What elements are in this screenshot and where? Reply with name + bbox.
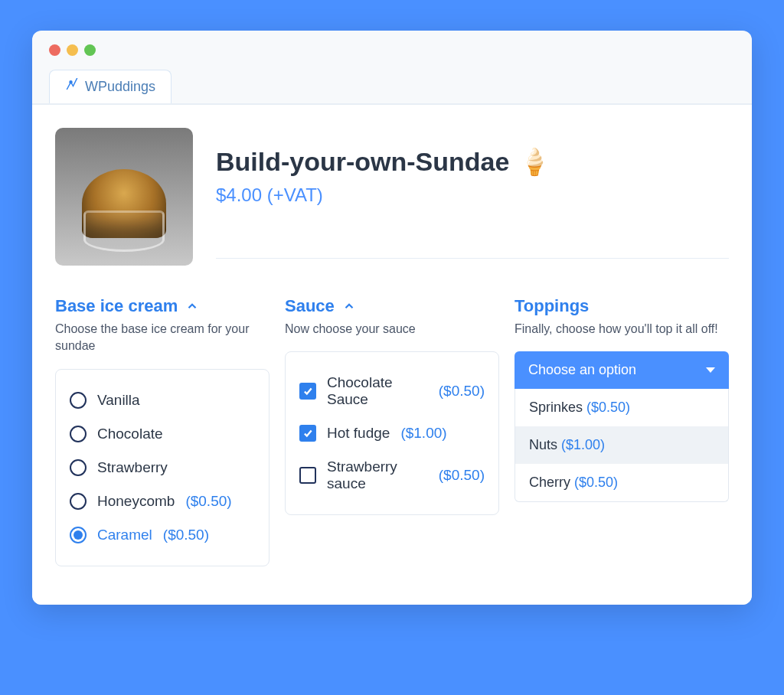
toppings-dropdown: Choose an option Sprinkes ($0.50) Nuts (… — [514, 351, 729, 502]
option-label: Strawberry sauce — [327, 458, 428, 492]
toppings-title-text: Toppings — [514, 296, 589, 316]
toppings-dropdown-toggle[interactable]: Choose an option — [514, 351, 729, 389]
option-label: Chocolate Sauce — [327, 374, 428, 408]
checkbox-icon — [299, 467, 316, 484]
radio-icon — [70, 392, 87, 409]
toppings-column: Toppings Finally, choose how you'll top … — [514, 296, 729, 566]
product-header-text: Build-your-own-Sundae 🍦 $4.00 (+VAT) — [216, 128, 729, 259]
radio-icon — [70, 527, 87, 543]
option-price: ($1.00) — [400, 425, 446, 442]
browser-window: WPuddings Build-your-own-Sundae 🍦 $4.00 … — [32, 31, 752, 605]
sauce-title[interactable]: Sauce — [285, 296, 499, 316]
option-label: Nuts — [529, 437, 557, 452]
option-price: ($0.50) — [185, 493, 231, 510]
dropdown-item-cherry[interactable]: Cherry ($0.50) — [515, 464, 728, 501]
check-hot-fudge[interactable]: Hot fudge ($1.00) — [299, 416, 485, 450]
tab-label: WPuddings — [85, 79, 155, 95]
radio-chocolate[interactable]: Chocolate — [70, 417, 255, 451]
product-title: Build-your-own-Sundae 🍦 — [216, 146, 729, 177]
checkbox-icon — [299, 383, 316, 400]
chevron-up-icon — [342, 299, 356, 313]
option-label: Vanilla — [97, 392, 140, 409]
sauce-title-text: Sauce — [285, 296, 335, 316]
option-price: ($0.50) — [586, 400, 630, 415]
option-label: Sprinkes — [529, 400, 583, 415]
maximize-window-icon[interactable] — [84, 44, 96, 56]
page-content: Build-your-own-Sundae 🍦 $4.00 (+VAT) Bas… — [32, 105, 752, 605]
radio-icon — [70, 426, 87, 442]
option-label: Strawberry — [97, 459, 168, 476]
product-image — [55, 128, 193, 266]
close-window-icon[interactable] — [49, 44, 60, 56]
base-option-box: Vanilla Chocolate Strawberry Honeycomb (… — [55, 369, 270, 566]
radio-icon — [70, 493, 87, 510]
product-title-text: Build-your-own-Sundae — [216, 147, 509, 177]
option-price: ($0.50) — [439, 467, 485, 484]
base-title[interactable]: Base ice cream — [55, 296, 270, 316]
option-label: Caramel — [97, 527, 152, 543]
product-header: Build-your-own-Sundae 🍦 $4.00 (+VAT) — [55, 128, 729, 266]
sauce-column: Sauce Now choose your sauce Chocolate Sa… — [285, 296, 499, 566]
ice-cream-emoji-icon: 🍦 — [518, 146, 550, 177]
radio-honeycomb[interactable]: Honeycomb ($0.50) — [70, 485, 255, 518]
base-title-text: Base ice cream — [55, 296, 178, 316]
chevron-up-icon — [185, 299, 199, 313]
divider — [216, 258, 729, 259]
option-label: Chocolate — [97, 426, 163, 442]
sauce-desc: Now choose your sauce — [285, 321, 499, 338]
check-strawberry-sauce[interactable]: Strawberry sauce ($0.50) — [299, 450, 485, 501]
triangle-down-icon — [706, 367, 715, 373]
toppings-dropdown-list: Sprinkes ($0.50) Nuts ($1.00) Cherry ($0… — [514, 389, 729, 502]
radio-vanilla[interactable]: Vanilla — [70, 383, 255, 417]
dropdown-item-sprinkes[interactable]: Sprinkes ($0.50) — [515, 389, 728, 426]
minimize-window-icon[interactable] — [67, 44, 78, 56]
option-label: Honeycomb — [97, 493, 175, 510]
check-chocolate-sauce[interactable]: Chocolate Sauce ($0.50) — [299, 366, 485, 416]
option-label: Hot fudge — [327, 425, 390, 442]
radio-caramel[interactable]: Caramel ($0.50) — [70, 518, 255, 552]
pen-tool-icon — [65, 78, 79, 96]
checkbox-icon — [299, 425, 316, 442]
product-price: $4.00 (+VAT) — [216, 184, 729, 206]
window-titlebar — [32, 31, 752, 56]
option-price: ($0.50) — [439, 383, 485, 400]
option-price: ($0.50) — [163, 527, 209, 543]
toppings-desc: Finally, choose how you'll top it all of… — [514, 321, 729, 338]
toppings-title: Toppings — [514, 296, 729, 316]
tab-wpuddings[interactable]: WPuddings — [49, 70, 172, 103]
base-column: Base ice cream Choose the base ice cream… — [55, 296, 270, 566]
dropdown-placeholder: Choose an option — [528, 362, 636, 378]
base-desc: Choose the base ice cream for your sunda… — [55, 321, 270, 355]
option-label: Cherry — [529, 475, 570, 490]
option-price: ($0.50) — [574, 475, 618, 490]
svg-point-0 — [70, 81, 72, 83]
dropdown-item-nuts[interactable]: Nuts ($1.00) — [515, 426, 728, 464]
radio-strawberry[interactable]: Strawberry — [70, 451, 255, 485]
option-price: ($1.00) — [561, 437, 605, 452]
options-columns: Base ice cream Choose the base ice cream… — [55, 296, 729, 566]
radio-icon — [70, 459, 87, 476]
sauce-option-box: Chocolate Sauce ($0.50) Hot fudge ($1.00… — [285, 351, 499, 515]
tab-bar: WPuddings — [32, 56, 752, 105]
